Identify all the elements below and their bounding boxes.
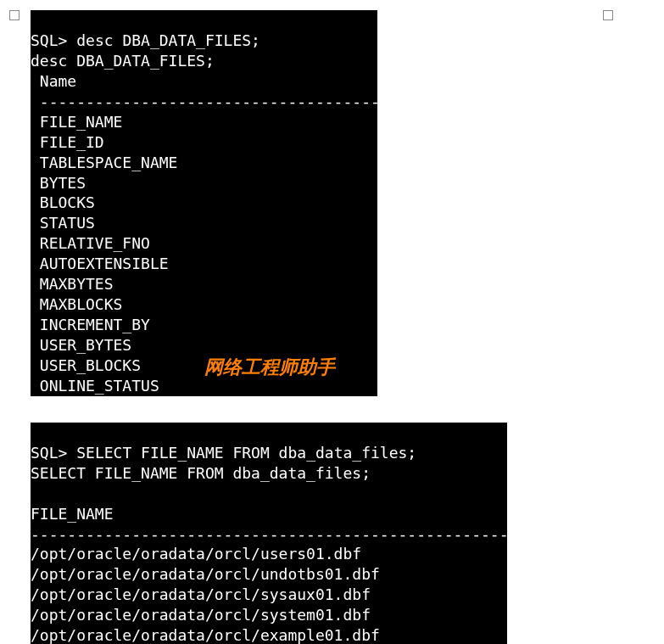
column-name: RELATIVE_FNO	[31, 234, 150, 252]
terminal-window-1[interactable]: SQL> desc DBA_DATA_FILES; desc DBA_DATA_…	[31, 10, 377, 396]
column-name: USER_BYTES	[31, 336, 131, 354]
divider-line: ----------------------------------------…	[31, 525, 507, 543]
sql-prompt: SQL>	[31, 31, 67, 49]
column-name: BYTES	[31, 174, 86, 192]
result-row: /opt/oracle/oradata/orcl/sysaux01.dbf	[31, 585, 371, 603]
column-name: INCREMENT_BY	[31, 316, 150, 333]
result-row: /opt/oracle/oradata/orcl/users01.dbf	[31, 545, 361, 563]
column-name: AUTOEXTENSIBLE	[31, 255, 169, 272]
column-name: BLOCKS	[31, 193, 95, 211]
page-marker-right	[603, 10, 613, 20]
column-name: FILE_NAME	[31, 113, 122, 131]
divider-line: ----------------------------------------…	[31, 92, 377, 110]
terminal-window-2[interactable]: SQL> SELECT FILE_NAME FROM dba_data_file…	[31, 423, 507, 644]
column-name: USER_BLOCKS	[31, 356, 141, 374]
column-name: MAXBYTES	[31, 275, 114, 293]
sql-prompt: SQL>	[31, 444, 67, 462]
sql-command-echo: desc DBA_DATA_FILES;	[31, 52, 215, 70]
watermark-text: 网络工程师助手	[204, 355, 335, 379]
result-row: /opt/oracle/oradata/orcl/system01.dbf	[31, 606, 371, 624]
sql-command-echo: SELECT FILE_NAME FROM dba_data_files;	[31, 464, 371, 482]
column-name: FILE_ID	[31, 133, 104, 151]
page-marker-left	[9, 10, 20, 20]
column-header: FILE_NAME	[31, 505, 114, 523]
column-name: ONLINE_STATUS	[31, 377, 159, 395]
result-row: /opt/oracle/oradata/orcl/example01.dbf	[31, 626, 380, 644]
column-name: MAXBLOCKS	[31, 295, 122, 313]
column-name: TABLESPACE_NAME	[31, 154, 177, 171]
result-row: /opt/oracle/oradata/orcl/undotbs01.dbf	[31, 565, 380, 583]
sql-command: SELECT FILE_NAME FROM dba_data_files;	[76, 444, 416, 462]
column-header: Name	[31, 72, 76, 90]
sql-command: desc DBA_DATA_FILES;	[76, 31, 260, 49]
column-name: STATUS	[31, 214, 95, 232]
